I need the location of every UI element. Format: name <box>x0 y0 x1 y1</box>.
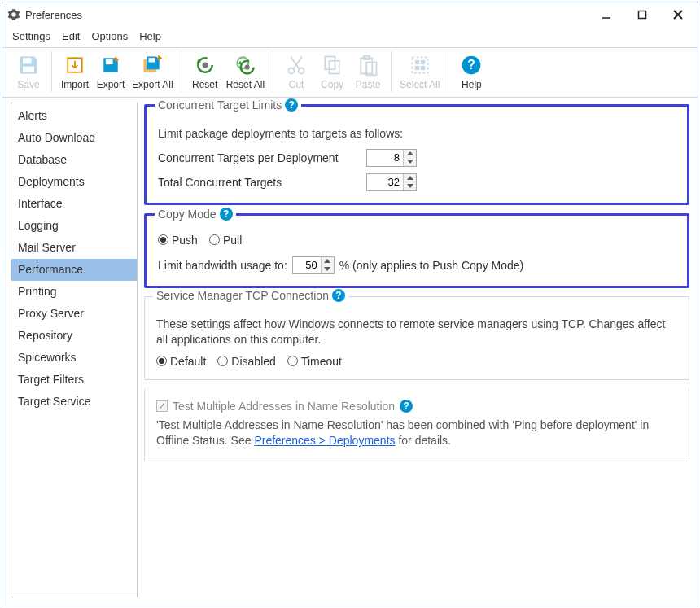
bandwidth-spinner[interactable] <box>292 256 335 274</box>
menu-edit[interactable]: Edit <box>62 30 80 42</box>
radio-icon <box>217 356 228 366</box>
reset-icon <box>193 53 217 77</box>
bandwidth-input[interactable] <box>293 257 321 273</box>
help-icon[interactable]: ? <box>400 400 413 413</box>
sidebar-item-interface[interactable]: Interface <box>11 193 137 215</box>
svc-radios: Default Disabled Timeout <box>156 355 677 368</box>
help-button[interactable]: ? Help <box>453 51 489 92</box>
gear-icon <box>7 8 20 21</box>
menubar: Settings Edit Options Help <box>2 27 698 47</box>
name-res-check-row: Test Multiple Addresses in Name Resoluti… <box>156 400 677 413</box>
help-icon[interactable]: ? <box>220 208 233 221</box>
paste-icon <box>356 53 380 77</box>
svg-rect-8 <box>149 58 155 62</box>
select-all-icon <box>408 53 432 77</box>
reset-all-icon <box>233 53 257 77</box>
radio-icon <box>287 356 298 366</box>
name-res-checkbox <box>156 400 168 412</box>
svg-point-13 <box>245 65 250 70</box>
svg-rect-25 <box>421 66 425 70</box>
copy-button: Copy <box>314 51 350 92</box>
svg-text:?: ? <box>468 58 476 72</box>
settings-panel: Concurrent Target Limits ? Limit package… <box>144 103 689 597</box>
spin-up-icon <box>404 174 416 182</box>
menu-help[interactable]: Help <box>139 30 161 42</box>
toolbar: Save Import Export Export All <box>2 47 698 98</box>
concurrent-target-limits-group: Concurrent Target Limits ? Limit package… <box>144 104 689 205</box>
svg-rect-23 <box>421 60 425 64</box>
svg-rect-22 <box>415 60 419 64</box>
sidebar-item-performance[interactable]: Performance <box>11 259 137 281</box>
copy-icon <box>320 53 344 77</box>
svc-timeout-radio[interactable]: Timeout <box>287 355 342 368</box>
minimize-button[interactable] <box>588 3 624 26</box>
push-radio[interactable]: Push <box>158 234 198 247</box>
cut-button: Cut <box>278 51 314 92</box>
spin-down-icon <box>404 182 416 190</box>
preferences-deployments-link[interactable]: Preferences > Deployments <box>254 434 395 447</box>
sidebar[interactable]: AlertsAuto DownloadDatabaseDeploymentsIn… <box>11 103 138 597</box>
menu-options[interactable]: Options <box>91 30 128 42</box>
per-deployment-input[interactable] <box>367 150 403 166</box>
limits-desc: Limit package deployments to targets as … <box>158 126 676 142</box>
sidebar-item-logging[interactable]: Logging <box>11 215 137 237</box>
sidebar-item-spiceworks[interactable]: Spiceworks <box>11 347 137 369</box>
sidebar-item-mail-server[interactable]: Mail Server <box>11 237 137 259</box>
svc-disabled-radio[interactable]: Disabled <box>217 355 275 368</box>
maximize-button[interactable] <box>624 3 660 26</box>
svg-rect-21 <box>412 57 427 72</box>
total-targets-spinner[interactable] <box>366 173 417 191</box>
menu-settings[interactable]: Settings <box>12 30 50 42</box>
sidebar-item-proxy-server[interactable]: Proxy Server <box>11 303 137 325</box>
per-deployment-spinner[interactable] <box>366 149 417 167</box>
svg-rect-1 <box>639 11 646 19</box>
export-all-icon <box>140 53 164 77</box>
export-button[interactable]: Export <box>93 51 129 92</box>
sidebar-item-target-filters[interactable]: Target Filters <box>11 369 137 391</box>
sidebar-item-database[interactable]: Database <box>11 149 137 171</box>
sidebar-item-alerts[interactable]: Alerts <box>11 105 137 127</box>
name-res-label: Test Multiple Addresses in Name Resoluti… <box>173 400 395 413</box>
group-legend: Copy Mode ? <box>155 208 236 221</box>
sidebar-item-auto-download[interactable]: Auto Download <box>11 127 137 149</box>
svg-rect-5 <box>23 67 34 72</box>
preferences-window: Preferences Settings Edit Options Help S… <box>2 2 698 606</box>
export-icon <box>98 53 123 77</box>
pull-radio[interactable]: Pull <box>209 234 242 247</box>
svg-point-14 <box>288 68 294 74</box>
import-button[interactable]: Import <box>57 51 93 92</box>
svc-default-radio[interactable]: Default <box>156 355 206 368</box>
radio-icon <box>156 356 167 366</box>
spin-down-icon <box>404 158 416 166</box>
sidebar-item-target-service[interactable]: Target Service <box>11 391 137 413</box>
window-controls <box>588 3 696 26</box>
per-deployment-row: Concurrent Targets per Deployment <box>158 149 676 167</box>
total-targets-input[interactable] <box>367 174 403 190</box>
sidebar-item-printing[interactable]: Printing <box>11 281 137 303</box>
spin-up-icon <box>404 150 416 158</box>
titlebar: Preferences <box>2 2 698 27</box>
help-icon: ? <box>459 53 483 77</box>
help-icon[interactable]: ? <box>285 98 298 112</box>
sidebar-item-deployments[interactable]: Deployments <box>11 171 137 193</box>
name-res-note: 'Test Multiple Addresses in Name Resolut… <box>156 418 677 449</box>
bandwidth-row: Limit bandwidth usage to: % (only applie… <box>158 256 676 274</box>
content: AlertsAuto DownloadDatabaseDeploymentsIn… <box>2 98 698 606</box>
service-manager-group: Service Manager TCP Connection ? These s… <box>144 296 689 380</box>
group-legend: Concurrent Target Limits ? <box>155 98 301 112</box>
paste-button: Paste <box>350 51 386 92</box>
import-icon <box>63 53 87 77</box>
total-targets-row: Total Concurrent Targets <box>158 173 676 191</box>
reset-button[interactable]: Reset <box>187 51 223 92</box>
copy-mode-radios: Push Pull <box>158 234 676 247</box>
close-button[interactable] <box>660 3 696 26</box>
spin-up-icon <box>322 257 334 265</box>
copy-mode-group: Copy Mode ? Push Pull Limit bandwidth us… <box>144 213 689 288</box>
help-icon[interactable]: ? <box>332 289 345 302</box>
sidebar-item-repository[interactable]: Repository <box>11 325 137 347</box>
reset-all-button[interactable]: Reset All <box>223 51 268 92</box>
window-title: Preferences <box>25 9 588 21</box>
export-all-button[interactable]: Export All <box>129 51 177 92</box>
cut-icon <box>284 53 308 77</box>
svg-point-15 <box>299 68 304 74</box>
